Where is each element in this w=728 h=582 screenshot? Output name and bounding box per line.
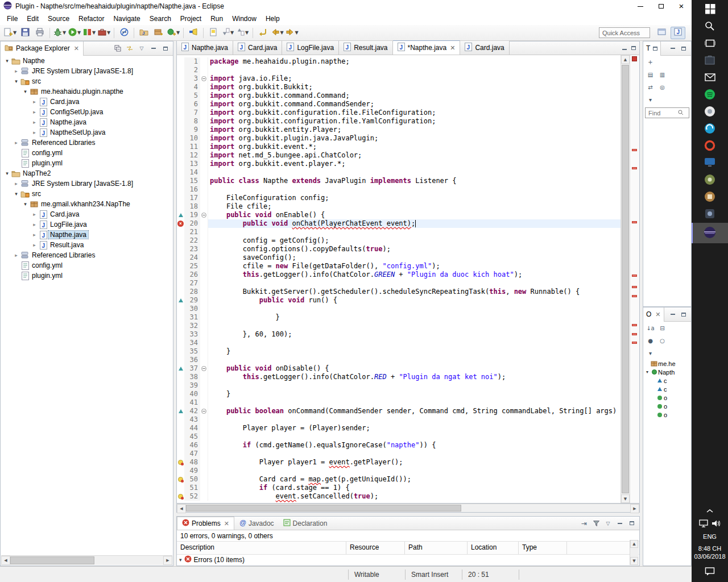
- code-line-35[interactable]: 35 }: [177, 347, 621, 356]
- view-menu-icon[interactable]: ▽: [138, 44, 146, 52]
- tree-item-config-yml[interactable]: config.yml: [1, 148, 172, 158]
- view-menu-icon[interactable]: ▽: [604, 519, 612, 527]
- code-line-32[interactable]: 32: [177, 322, 621, 330]
- hide-fields-icon[interactable]: ●: [646, 336, 655, 345]
- taskbar-app-media[interactable]: [692, 155, 728, 172]
- code-line-42[interactable]: 42 public boolean onCommand(CommandSende…: [177, 407, 621, 415]
- menu-file[interactable]: File: [2, 14, 22, 24]
- column-header-path[interactable]: Path: [405, 542, 468, 554]
- fold-collapse-icon[interactable]: [201, 213, 206, 218]
- outline-item[interactable]: o: [643, 402, 691, 410]
- new-button[interactable]: ▼: [3, 27, 17, 39]
- code-line-47[interactable]: 47: [177, 450, 621, 458]
- expand-arrow-icon[interactable]: ▾: [3, 171, 11, 176]
- maximize-editor-icon[interactable]: [631, 44, 636, 52]
- code-line-3[interactable]: 3import java.io.File;: [177, 74, 621, 83]
- taskbar-search-button[interactable]: [692, 18, 728, 35]
- tab-task-list[interactable]: T: [643, 41, 661, 56]
- code-line-7[interactable]: 7import org.bukkit.configuration.file.Fi…: [177, 109, 621, 117]
- code-line-34[interactable]: 34: [177, 339, 621, 347]
- code-line-19[interactable]: 19 public void onEnable() {: [177, 211, 621, 219]
- code-line-30[interactable]: 30: [177, 305, 621, 313]
- dropdown-arrow-icon[interactable]: ▼: [92, 30, 96, 35]
- tree-item-jre-system-library-javase-1-8-[interactable]: ▸JRE System Library [JavaSE-1.8]: [1, 66, 172, 76]
- editor-tab--napthe-java[interactable]: J*Napthe.java✕: [393, 40, 461, 55]
- code-line-23[interactable]: 23 config.options().copyDefaults(true);: [177, 245, 621, 253]
- tab-declaration[interactable]: Declaration: [279, 517, 332, 530]
- window-maximize-button[interactable]: [651, 0, 671, 13]
- code-line-8[interactable]: 8import org.bukkit.configuration.file.Ya…: [177, 117, 621, 126]
- collapse-arrow-icon[interactable]: ▸: [31, 99, 38, 105]
- taskbar-clock[interactable]: 8:48 CH 03/06/2018: [694, 544, 725, 560]
- outline-item[interactable]: me.he: [643, 359, 691, 368]
- filters-icon[interactable]: [592, 519, 600, 527]
- tab-javadoc[interactable]: @Javadoc: [234, 517, 279, 530]
- tray-monitor-icon[interactable]: [699, 519, 708, 529]
- code-line-25[interactable]: 25 cfile = new File(getDataFolder(), "co…: [177, 262, 621, 271]
- tree-item-config-yml[interactable]: config.yml: [1, 260, 172, 271]
- scheduled-icon[interactable]: ▥: [657, 70, 667, 79]
- minimize-view-icon[interactable]: [150, 44, 158, 52]
- outline-item[interactable]: ▾Napth: [643, 368, 691, 376]
- outline-item[interactable]: c: [643, 376, 691, 385]
- expand-arrow-icon[interactable]: ▾: [22, 89, 29, 94]
- tree-item-card-java[interactable]: ▸JCard.java: [1, 209, 172, 219]
- ruler-error-mark[interactable]: [632, 295, 637, 297]
- code-line-21[interactable]: 21: [177, 228, 621, 236]
- language-indicator[interactable]: ENG: [692, 531, 728, 542]
- tree-item-napthe-java[interactable]: ▸JNapthe.java: [1, 117, 172, 127]
- editor-tab-napthe-java[interactable]: JNapthe.java: [177, 41, 233, 55]
- dropdown-arrow-icon[interactable]: ▼: [13, 30, 16, 35]
- editor-tab-logfile-java[interactable]: JLogFile.java: [282, 41, 339, 55]
- editor-hscrollbar[interactable]: ◀ ▶: [176, 504, 640, 513]
- tree-item-card-java[interactable]: ▸JCard.java: [1, 97, 172, 107]
- menu-project[interactable]: Project: [176, 14, 206, 24]
- minimize-editor-icon[interactable]: [622, 44, 627, 52]
- ruler-error-mark[interactable]: [632, 275, 637, 277]
- ruler-error-mark[interactable]: [632, 333, 637, 335]
- column-header-description[interactable]: Description: [177, 542, 346, 554]
- menu-navigate[interactable]: Navigate: [109, 14, 144, 24]
- taskbar-app-gold[interactable]: [692, 189, 728, 206]
- code-line-38[interactable]: 38 this.getLogger().info(ChatColor.RED +…: [177, 373, 621, 381]
- tree-item-napthesetup-java[interactable]: ▸JNaptheSetUp.java: [1, 127, 172, 138]
- problems-vscrollbar[interactable]: ▲ ▼: [630, 540, 639, 565]
- code-line-43[interactable]: 43: [177, 415, 621, 424]
- code-line-51[interactable]: 51 if (card.stage == 1) {: [177, 484, 621, 492]
- expand-arrow-icon[interactable]: ▾: [13, 191, 20, 197]
- package-explorer-hscrollbar[interactable]: ◀ ▶: [1, 555, 172, 565]
- collapse-arrow-icon[interactable]: ▸: [13, 252, 20, 258]
- hide-static-icon[interactable]: ○: [657, 336, 667, 345]
- dropdown-arrow-icon[interactable]: ▼: [176, 30, 180, 35]
- fold-collapse-icon[interactable]: [201, 366, 206, 371]
- code-line-31[interactable]: 31 }: [177, 313, 621, 322]
- ruler-error-mark[interactable]: [632, 221, 637, 223]
- error-marker-icon[interactable]: ×: [177, 221, 184, 227]
- column-header-type[interactable]: Type: [519, 542, 567, 554]
- tree-item-napthe-java[interactable]: ▸JNapthe.java: [1, 230, 172, 240]
- editor-vscrollbar[interactable]: ▲ ▼: [621, 55, 630, 503]
- window-close-button[interactable]: ×: [671, 0, 692, 13]
- collapse-arrow-icon[interactable]: ▸: [31, 130, 38, 135]
- menu-refactor[interactable]: Refactor: [74, 14, 109, 24]
- quick-access-box[interactable]: Quick Access: [599, 27, 650, 38]
- dropdown-arrow-icon[interactable]: ▼: [230, 30, 234, 35]
- expand-arrow-icon[interactable]: ▾: [3, 58, 11, 64]
- quickfix-error-marker-icon[interactable]: [178, 460, 183, 465]
- collapse-arrow-icon[interactable]: ▸: [31, 119, 38, 125]
- code-line-46[interactable]: 46 if (cmd.getName().equalsIgnoreCase("n…: [177, 441, 621, 450]
- new-package-button[interactable]: [152, 27, 166, 39]
- print-button[interactable]: [33, 27, 47, 39]
- menu-source[interactable]: Source: [43, 14, 74, 24]
- taskbar-task-view-button[interactable]: [692, 35, 728, 52]
- code-line-36[interactable]: 36: [177, 356, 621, 364]
- dropdown-arrow-icon[interactable]: ▼: [77, 30, 81, 35]
- taskbar-app-slate[interactable]: [692, 206, 728, 223]
- collapse-arrow-icon[interactable]: ▸: [31, 211, 38, 217]
- code-line-27[interactable]: 27: [177, 279, 621, 288]
- code-line-28[interactable]: 28 Bukkit.getServer().getScheduler().sch…: [177, 288, 621, 296]
- debug-button[interactable]: ▼: [53, 27, 67, 39]
- collapse-arrow-icon[interactable]: ▸: [31, 242, 38, 248]
- skip-all-breakpoints-button[interactable]: [117, 27, 131, 39]
- tab-package-explorer[interactable]: Package Explorer ✕: [1, 41, 84, 56]
